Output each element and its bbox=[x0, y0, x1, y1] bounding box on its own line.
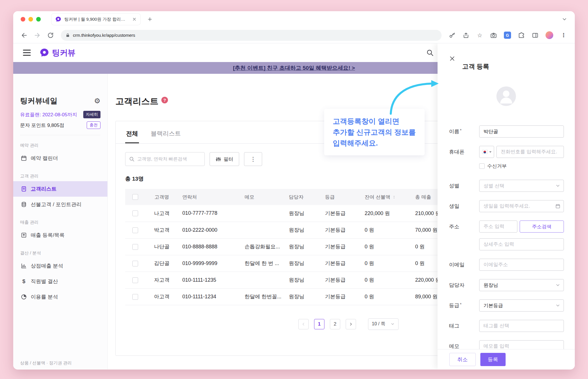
section-sales: 매출 관리 bbox=[13, 212, 107, 227]
url-text[interactable]: crm.thinkofyou.kr/app/customers bbox=[73, 33, 135, 38]
browser-menu-icon[interactable]: ⋮ bbox=[560, 32, 567, 39]
cell-grade: 기본등급 bbox=[322, 222, 359, 238]
customer-search-box[interactable] bbox=[125, 152, 205, 166]
refresh-icon[interactable] bbox=[47, 32, 54, 39]
close-icon[interactable] bbox=[449, 55, 455, 62]
country-code-select[interactable] bbox=[479, 146, 494, 158]
forward-icon[interactable] bbox=[34, 32, 41, 39]
select-all-checkbox[interactable] bbox=[132, 194, 138, 200]
tab-all[interactable]: 전체 bbox=[125, 121, 139, 143]
tab-close-icon[interactable] bbox=[132, 17, 137, 22]
address-detail-field[interactable] bbox=[479, 238, 564, 250]
window-minimize-button[interactable] bbox=[28, 17, 33, 22]
translate-icon[interactable]: G bbox=[504, 32, 511, 39]
sort-icon[interactable] bbox=[392, 195, 396, 199]
gender-select[interactable]: 성별 선택 bbox=[479, 180, 564, 192]
panel-title: 고객 등록 bbox=[462, 62, 489, 71]
page-size-select[interactable]: 10 / 쪽 bbox=[368, 318, 399, 330]
help-icon[interactable]: ? bbox=[161, 97, 168, 103]
row-checkbox[interactable] bbox=[132, 277, 138, 283]
avatar-placeholder[interactable] bbox=[496, 86, 516, 106]
window-zoom-button[interactable] bbox=[36, 17, 41, 22]
customer-register-panel: 고객 등록 이름* 휴대폰 bbox=[438, 43, 575, 369]
grade-select[interactable]: 기본등급 bbox=[479, 299, 564, 312]
row-checkbox[interactable] bbox=[132, 210, 138, 216]
address-search-button[interactable]: 주소검색 bbox=[520, 221, 564, 233]
window-close-button[interactable] bbox=[21, 17, 25, 22]
cancel-button[interactable]: 취소 bbox=[449, 353, 476, 366]
page-title: 고객리스트 bbox=[115, 96, 158, 107]
side-panel-icon[interactable] bbox=[532, 32, 539, 39]
grade-label: 등급* bbox=[449, 302, 479, 309]
sidebar-item-reservation-calendar[interactable]: 예약 캘린더 bbox=[13, 150, 107, 166]
submit-button[interactable]: 등록 bbox=[480, 353, 506, 366]
required-mark: * bbox=[460, 302, 461, 307]
charge-badge[interactable]: 충전 bbox=[87, 121, 100, 129]
lock-icon[interactable] bbox=[65, 33, 70, 38]
optout-checkbox[interactable] bbox=[479, 163, 485, 169]
page-2-button[interactable]: 2 bbox=[330, 319, 340, 329]
page-1-button[interactable]: 1 bbox=[314, 319, 324, 329]
cell-grade: 기본등급 bbox=[322, 205, 359, 222]
profile-avatar[interactable] bbox=[546, 31, 553, 39]
address-field[interactable] bbox=[479, 221, 517, 233]
name-field[interactable] bbox=[479, 125, 564, 138]
promo-banner-link[interactable]: [추천 이벤트] 친구 초대하고 50일 혜택받으세요! > bbox=[233, 64, 355, 72]
row-checkbox[interactable] bbox=[132, 261, 138, 266]
memo-field[interactable] bbox=[479, 340, 564, 349]
tab-blacklist[interactable]: 블랙리스트 bbox=[150, 121, 182, 143]
back-icon[interactable] bbox=[21, 32, 28, 39]
row-checkbox[interactable] bbox=[132, 294, 138, 300]
tooltip-line: 추가할 신규고객의 정보를 bbox=[333, 127, 416, 138]
filter-button[interactable]: 필터 bbox=[210, 152, 239, 166]
email-field[interactable] bbox=[479, 259, 564, 271]
cell-phone: 010-2222-0000 bbox=[178, 222, 242, 238]
share-icon[interactable] bbox=[463, 32, 469, 39]
settings-gear-icon[interactable]: ⚙ bbox=[94, 97, 100, 105]
birthday-field[interactable] bbox=[479, 200, 564, 212]
chevron-down-icon bbox=[489, 151, 492, 153]
cell-phone: 010-9999-9999 bbox=[178, 255, 242, 272]
section-reservation: 예약 관리 bbox=[13, 135, 107, 150]
customer-search-input[interactable] bbox=[137, 156, 201, 162]
chevron-left-icon bbox=[301, 322, 306, 326]
sidebar-item-label: 선불고객 / 포인트관리 bbox=[31, 201, 82, 208]
new-tab-icon[interactable] bbox=[147, 16, 153, 22]
cell-ph one: 010-8888-8888 bbox=[178, 238, 242, 255]
sidebar-item-prepaid[interactable]: 선불고객 / 포인트관리 bbox=[13, 197, 107, 212]
phone-field[interactable] bbox=[496, 146, 564, 158]
sidebar-item-sales-register[interactable]: 매출 등록/목록 bbox=[13, 227, 107, 243]
sidebar-item-usage[interactable]: 이용률 분석 bbox=[13, 289, 107, 305]
cell-grade: 기본등급 bbox=[322, 272, 359, 288]
more-options-button[interactable]: ⋮ bbox=[244, 152, 262, 166]
sidebar-item-customer-list[interactable]: 고객리스트 bbox=[13, 181, 107, 197]
prev-page-button[interactable] bbox=[298, 319, 309, 329]
cell-manager: 원장님 bbox=[285, 272, 322, 288]
column-name: 고객명 bbox=[145, 189, 178, 205]
plan-expiry-text: 유료플랜: 2022-08-05까지 bbox=[20, 111, 77, 118]
plan-detail-badge[interactable]: 자세히 bbox=[83, 111, 100, 118]
next-page-button[interactable] bbox=[346, 319, 356, 329]
column-prepaid: 잔여 선불액 bbox=[359, 189, 411, 205]
sidebar-item-store-sales[interactable]: 상점매출 분석 bbox=[13, 258, 107, 274]
column-phone: 연락처 bbox=[178, 189, 242, 205]
address-bar[interactable]: crm.thinkofyou.kr/app/customers bbox=[61, 30, 442, 41]
extensions-puzzle-icon[interactable] bbox=[518, 32, 525, 39]
sidebar-item-label: 예약 캘린더 bbox=[31, 155, 58, 162]
browser-tab[interactable]: 팅커뷰 | 월 9,900원 가장 합리적인 bbox=[51, 13, 141, 25]
search-icon[interactable] bbox=[426, 49, 434, 57]
tag-field[interactable] bbox=[479, 320, 564, 332]
tab-search-chevron-icon[interactable] bbox=[562, 16, 567, 22]
row-checkbox[interactable] bbox=[132, 227, 138, 233]
camera-icon[interactable] bbox=[490, 32, 497, 39]
search-icon bbox=[129, 156, 135, 162]
bookmark-star-icon[interactable]: ☆ bbox=[476, 32, 483, 39]
app-logo[interactable]: 팅커뷰 bbox=[39, 47, 75, 58]
row-checkbox[interactable] bbox=[132, 244, 138, 250]
cell-memo bbox=[242, 205, 285, 222]
manager-select[interactable]: 원장님 bbox=[479, 279, 564, 291]
password-key-icon[interactable] bbox=[449, 32, 456, 39]
sidebar-item-label: 직원별 결산 bbox=[31, 278, 58, 285]
menu-icon[interactable] bbox=[23, 50, 31, 56]
sidebar-item-staff-settlement[interactable]: $ 직원별 결산 bbox=[13, 274, 107, 289]
